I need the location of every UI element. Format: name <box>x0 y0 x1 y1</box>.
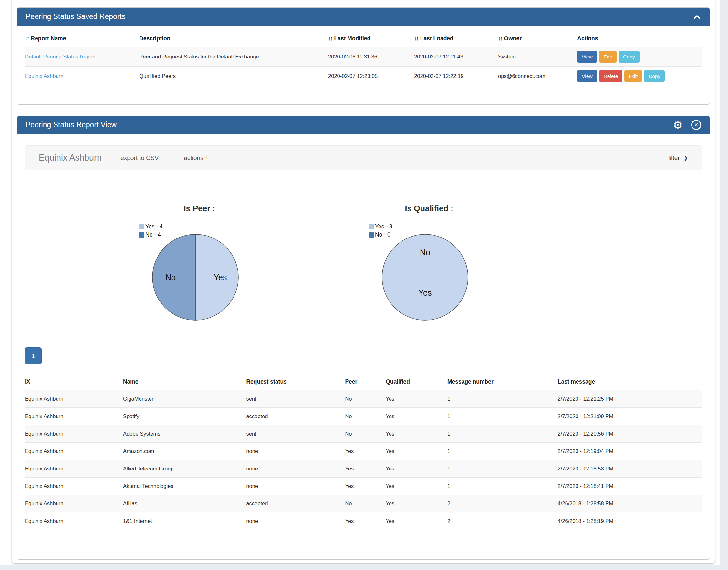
report-name-heading: Equinix Ashburn <box>39 153 102 163</box>
saved-reports-panel-header: Peering Status Saved Reports <box>17 8 710 25</box>
last-loaded-cell: 2020-02-07 12:22:19 <box>414 66 498 86</box>
view-button[interactable]: View <box>577 70 597 82</box>
column-header-ix: IX <box>25 373 123 390</box>
request-status-cell: none <box>246 460 345 477</box>
filter-toggle[interactable]: filter ❯ <box>668 155 688 162</box>
is-qualified-chart-title: Is Qualified : <box>314 194 544 213</box>
sort-icon[interactable]: ↓↑ <box>25 35 29 42</box>
qualified-cell: Yes <box>386 460 447 477</box>
actions-menu-link[interactable]: actions + <box>184 155 209 162</box>
qualified-cell: Yes <box>386 407 447 425</box>
column-header-owner[interactable]: ↓↑Owner <box>498 30 577 47</box>
export-csv-link[interactable]: export to CSV <box>120 155 159 162</box>
report-view-body: Equinix Ashburn export to CSV actions + … <box>17 146 710 559</box>
page-1-button[interactable]: 1 <box>25 347 42 364</box>
peer-row: Equinix AshburnAmazon.comnoneYesYes12/7/… <box>25 443 702 460</box>
close-icon[interactable]: ✕ <box>691 120 701 130</box>
peer-cell: Yes <box>345 443 386 460</box>
column-header-qualified: Qualified <box>386 373 447 390</box>
ix-cell: Equinix Ashburn <box>25 425 123 443</box>
peer-cell: No <box>345 407 386 425</box>
report-view-title: Peering Status Report View <box>26 120 117 129</box>
request-status-cell: sent <box>246 425 345 443</box>
edit-button[interactable]: Edit <box>599 51 617 63</box>
request-status-cell: accepted <box>246 495 345 512</box>
ix-cell: Equinix Ashburn <box>25 407 123 425</box>
peer-cell: No <box>345 425 386 443</box>
name-cell: Spotify <box>123 407 246 425</box>
saved-report-row: Equinix AshburnQualified Peers2020-02-07… <box>25 66 702 86</box>
column-label: Last message <box>558 378 595 385</box>
peer-row: Equinix AshburnSpotifyacceptedNoYes12/7/… <box>25 407 702 425</box>
column-label: Description <box>139 35 170 42</box>
last-message-cell: 2/7/2020 - 12:21:25 PM <box>558 390 702 407</box>
copy-button[interactable]: Copy <box>619 51 639 63</box>
close-x-glyph: ✕ <box>694 122 698 128</box>
column-header-name: Name <box>123 373 246 390</box>
gear-icon[interactable]: ⚙ <box>673 119 683 130</box>
peer-status-table: IXNameRequest statusPeerQualifiedMessage… <box>25 373 702 530</box>
message-number-cell: 2 <box>447 495 558 512</box>
column-header-last-modified[interactable]: ↓↑Last Modified <box>328 30 414 47</box>
delete-button[interactable]: Delete <box>599 70 623 82</box>
message-number-cell: 1 <box>447 460 558 477</box>
sort-icon[interactable]: ↓↑ <box>414 35 418 42</box>
edit-button[interactable]: Edit <box>624 70 642 82</box>
charts-row: Is Peer : Yes - 4No - 4 YesNo Is Qualifi… <box>85 194 702 346</box>
qualified-cell: Yes <box>386 477 447 495</box>
peer-cell: Yes <box>345 460 386 477</box>
last-message-cell: 4/26/2018 - 1:28:19 PM <box>558 512 702 530</box>
is-peer-chart: Is Peer : Yes - 4No - 4 YesNo <box>85 194 314 346</box>
column-header-peer: Peer <box>345 373 386 390</box>
sort-icon[interactable]: ↓↑ <box>328 35 332 42</box>
report-name-link[interactable]: Default Peering Status Report <box>25 54 96 59</box>
legend-item: Yes - 4 <box>139 223 163 231</box>
request-status-cell: none <box>246 512 345 530</box>
actions-cell: ViewDeleteEditCopy <box>577 66 702 86</box>
peer-cell: Yes <box>345 512 386 530</box>
chevron-right-icon: ❯ <box>684 155 688 161</box>
message-number-cell: 2 <box>447 512 558 530</box>
column-label: Report Name <box>31 35 66 42</box>
last-message-cell: 2/7/2020 - 12:19:04 PM <box>558 443 702 460</box>
is-peer-pie: YesNo <box>149 230 242 324</box>
page: Peering Status Saved Reports ↓↑Report Na… <box>0 0 728 570</box>
peer-cell: No <box>345 495 386 512</box>
view-button[interactable]: View <box>577 51 597 63</box>
is-qualified-chart: Is Qualified : Yes - 8No - 0 YesNo <box>314 194 544 346</box>
chevron-up-icon[interactable] <box>693 13 701 20</box>
message-number-cell: 1 <box>447 425 558 443</box>
report-view-header-icons: ⚙ ✕ <box>673 119 701 130</box>
saved-reports-body: ↓↑Report NameDescription↓↑Last Modified↓… <box>17 25 710 104</box>
column-label: Request status <box>246 378 286 385</box>
last-loaded-cell: 2020-02-07 12:11:43 <box>414 47 498 66</box>
ix-cell: Equinix Ashburn <box>25 443 123 460</box>
name-cell: Amazon.com <box>123 443 246 460</box>
pie-slice-label-no: No <box>420 248 430 257</box>
legend-label: Yes - 8 <box>375 223 393 230</box>
legend-swatch <box>369 224 374 229</box>
column-label: Last Loaded <box>420 35 454 42</box>
saved-report-row: Default Peering Status ReportPeer and Re… <box>25 47 702 66</box>
description-cell: Qualified Peers <box>139 66 328 86</box>
report-name-cell: Equinix Ashburn <box>25 66 139 86</box>
column-header-last-loaded[interactable]: ↓↑Last Loaded <box>414 30 498 47</box>
saved-reports-panel: Peering Status Saved Reports ↓↑Report Na… <box>17 7 710 105</box>
report-view-panel-header: Peering Status Report View ⚙ ✕ <box>17 116 710 134</box>
pie-slice-label-no: No <box>165 273 176 282</box>
column-label: Message number <box>447 378 494 385</box>
last-message-cell: 2/7/2020 - 12:18:41 PM <box>558 477 702 495</box>
qualified-cell: Yes <box>386 425 447 443</box>
scroll-gutter[interactable] <box>720 0 728 570</box>
peer-row: Equinix Ashburn1&1 InternetnoneYesYes24/… <box>25 512 702 530</box>
ix-cell: Equinix Ashburn <box>25 477 123 495</box>
column-header-report-name[interactable]: ↓↑Report Name <box>25 30 139 47</box>
name-cell: Allied Telecom Group <box>123 460 246 477</box>
report-name-link[interactable]: Equinix Ashburn <box>25 73 63 79</box>
copy-button[interactable]: Copy <box>644 70 665 82</box>
sort-icon[interactable]: ↓↑ <box>498 35 502 42</box>
last-message-cell: 2/7/2020 - 12:20:56 PM <box>558 425 702 443</box>
qualified-cell: Yes <box>386 390 447 407</box>
column-label: Actions <box>577 35 598 42</box>
name-cell: Akamai Technologies <box>123 477 246 495</box>
